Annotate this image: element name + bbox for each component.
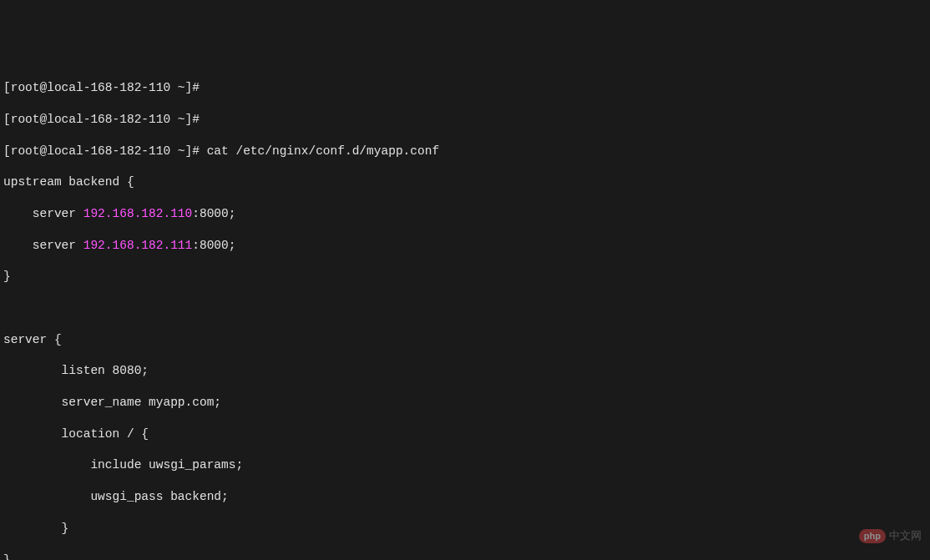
config-line: server { bbox=[3, 332, 927, 348]
prompt-line: [root@local-168-182-110 ~]# bbox=[3, 112, 927, 128]
watermark-text: 中文网 bbox=[889, 529, 922, 543]
config-line: server 192.168.182.111:8000; bbox=[3, 238, 927, 254]
config-line: location / { bbox=[3, 426, 927, 442]
ip-address: 192.168.182.110 bbox=[83, 207, 193, 220]
config-line: } bbox=[3, 552, 927, 560]
config-line: server 192.168.182.110:8000; bbox=[3, 206, 927, 222]
terminal-output[interactable]: [root@local-168-182-110 ~]# [root@local-… bbox=[3, 64, 927, 560]
config-line: } bbox=[3, 521, 927, 537]
config-line: include uwsgi_params; bbox=[3, 457, 927, 473]
command-line: [root@local-168-182-110 ~]# cat /etc/ngi… bbox=[3, 144, 927, 159]
blank-line bbox=[3, 300, 927, 316]
watermark-logo: php bbox=[859, 529, 886, 542]
config-line: } bbox=[3, 269, 927, 285]
config-line: listen 8080; bbox=[3, 363, 927, 379]
config-line: uwsgi_pass backend; bbox=[3, 489, 927, 505]
prompt-line: [root@local-168-182-110 ~]# bbox=[3, 80, 927, 96]
config-line: upstream backend { bbox=[3, 174, 927, 190]
watermark: php 中文网 bbox=[859, 529, 922, 543]
config-line: server_name myapp.com; bbox=[3, 395, 927, 411]
ip-address: 192.168.182.111 bbox=[83, 239, 193, 252]
